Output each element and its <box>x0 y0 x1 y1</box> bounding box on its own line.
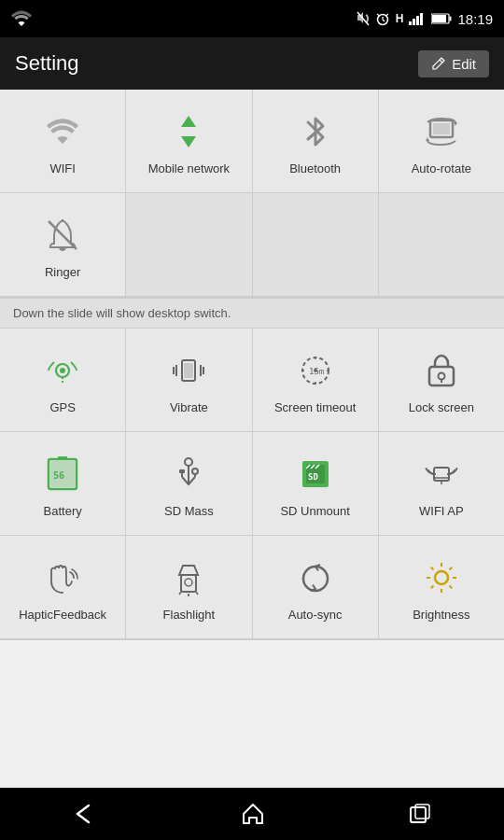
mobile-network-item[interactable]: Mobile network <box>126 90 252 192</box>
sd-mass-label: SD Mass <box>164 504 214 518</box>
svg-rect-8 <box>432 15 446 22</box>
ringer-item[interactable]: Ringer <box>0 193 126 296</box>
edit-label: Edit <box>452 56 476 72</box>
grid-row-3: GPS Vibrate <box>0 329 504 432</box>
edit-icon <box>431 56 446 71</box>
recent-icon <box>408 802 432 826</box>
svg-point-54 <box>185 579 192 586</box>
mobile-network-label: Mobile network <box>148 161 230 175</box>
sd-mass-item[interactable]: SD Mass <box>126 432 252 535</box>
page-title: Setting <box>15 51 79 76</box>
svg-rect-47 <box>434 468 449 481</box>
svg-rect-3 <box>413 19 415 25</box>
battery-label: Battery <box>44 504 82 518</box>
svg-rect-64 <box>411 807 426 822</box>
lock-screen-item[interactable]: Lock screen <box>379 329 504 431</box>
svg-rect-10 <box>433 123 450 134</box>
gps-label: GPS <box>49 400 75 414</box>
empty-slot-3 <box>379 193 504 296</box>
grid-row-1: WIFI Mobile network Bluetooth <box>0 90 504 193</box>
hint-bar: Down the slide will show desktop switch. <box>0 298 504 329</box>
svg-rect-4 <box>416 16 419 25</box>
quick-settings-section1: WIFI Mobile network Bluetooth <box>0 90 504 298</box>
svg-text:56: 56 <box>53 470 64 481</box>
auto-rotate-icon <box>419 109 464 154</box>
haptic-feedback-label: HapticFeedback <box>19 608 106 622</box>
alarm-icon <box>375 11 390 26</box>
wifi-ap-label: WIFI AP <box>419 504 464 518</box>
auto-sync-item[interactable]: Auto-sync <box>253 536 379 638</box>
vibrate-icon <box>166 348 211 393</box>
auto-sync-icon <box>293 555 338 600</box>
auto-sync-label: Auto-sync <box>288 608 343 622</box>
auto-rotate-item[interactable]: Auto-rotate <box>379 90 504 192</box>
svg-rect-50 <box>181 575 196 592</box>
gps-item[interactable]: GPS <box>0 329 126 431</box>
svg-line-53 <box>196 592 198 595</box>
sd-unmount-item[interactable]: SD SD Unmount <box>253 432 379 535</box>
svg-point-55 <box>435 571 448 584</box>
svg-point-40 <box>192 469 198 474</box>
vibrate-item[interactable]: Vibrate <box>126 329 252 431</box>
bluetooth-icon <box>293 109 338 154</box>
empty-slot-1 <box>126 193 252 296</box>
battery-status-icon <box>431 13 452 24</box>
svg-point-35 <box>185 458 192 466</box>
clock: 18:19 <box>457 11 493 27</box>
haptic-feedback-item[interactable]: HapticFeedback <box>0 536 126 638</box>
quick-settings-section2: GPS Vibrate <box>0 329 504 640</box>
home-button[interactable] <box>241 802 265 826</box>
sd-unmount-label: SD Unmount <box>280 504 349 518</box>
wifi-label: WIFI <box>49 161 75 175</box>
gps-icon <box>40 348 85 393</box>
svg-rect-16 <box>184 363 193 378</box>
flashlight-icon <box>166 555 211 600</box>
app-header: Setting Edit <box>0 37 504 90</box>
recent-button[interactable] <box>408 802 432 826</box>
back-icon <box>72 804 98 824</box>
wifi-ap-item[interactable]: WIFI AP <box>379 432 504 535</box>
nav-bar <box>0 788 504 840</box>
svg-line-61 <box>449 585 452 588</box>
svg-point-14 <box>60 368 65 373</box>
svg-rect-7 <box>450 17 452 21</box>
battery-item[interactable]: 56 Battery <box>0 432 126 535</box>
sd-unmount-icon: SD <box>293 452 338 497</box>
wifi-item[interactable]: WIFI <box>0 90 126 192</box>
svg-text:15m: 15m <box>309 367 324 376</box>
brightness-item[interactable]: Brightness <box>379 536 504 638</box>
bluetooth-item[interactable]: Bluetooth <box>253 90 379 192</box>
brightness-label: Brightness <box>413 608 469 622</box>
grid-row-4: 56 Battery SD Mass <box>0 432 504 536</box>
svg-line-60 <box>431 567 434 569</box>
svg-rect-2 <box>409 21 412 25</box>
svg-rect-32 <box>58 456 67 460</box>
back-button[interactable] <box>72 804 98 824</box>
edit-button[interactable]: Edit <box>418 50 489 77</box>
signal-icon <box>409 12 426 25</box>
lock-screen-icon <box>419 348 464 393</box>
status-bar: H 18:19 <box>0 0 504 37</box>
ringer-icon <box>40 213 85 258</box>
flashlight-label: Flashlight <box>163 608 216 622</box>
grid-row-5: HapticFeedback Flashlight <box>0 536 504 639</box>
svg-line-63 <box>431 585 434 588</box>
wifi-ap-icon <box>419 452 464 497</box>
wifi-status-icon <box>11 10 32 27</box>
screen-timeout-item[interactable]: 15m Screen timeout <box>253 329 379 431</box>
home-icon <box>241 802 265 826</box>
empty-slot-2 <box>253 193 379 296</box>
mute-icon <box>357 11 370 26</box>
haptic-feedback-icon <box>40 555 85 600</box>
brightness-icon <box>419 555 464 600</box>
hint-text: Down the slide will show desktop switch. <box>13 306 231 320</box>
battery-item-icon: 56 <box>40 452 85 497</box>
svg-rect-39 <box>179 469 185 473</box>
flashlight-item[interactable]: Flashlight <box>126 536 252 638</box>
svg-text:SD: SD <box>308 472 318 482</box>
svg-line-62 <box>449 567 452 569</box>
status-left <box>11 10 32 27</box>
ringer-label: Ringer <box>45 265 80 279</box>
bluetooth-label: Bluetooth <box>289 161 341 175</box>
svg-point-29 <box>438 372 444 379</box>
